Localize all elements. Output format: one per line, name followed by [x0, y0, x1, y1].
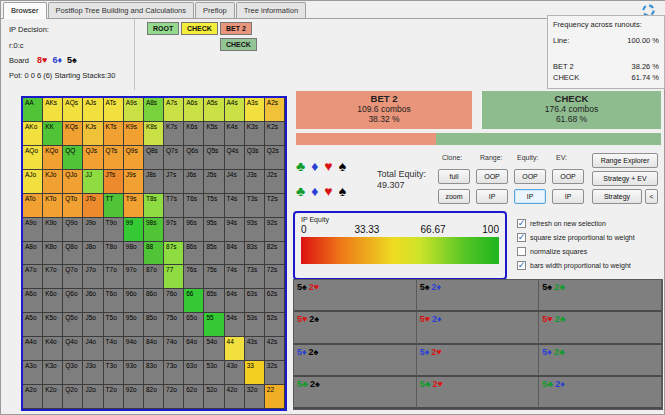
suit-filter-s-icon[interactable]: ♠: [339, 159, 346, 173]
matrix-cell-K6s[interactable]: K6s: [184, 122, 204, 146]
matrix-cell-J9s[interactable]: J9s: [124, 170, 144, 194]
matrix-cell-Q5o[interactable]: Q5o: [63, 313, 83, 337]
matrix-cell-T9o[interactable]: T9o: [104, 218, 124, 242]
matrix-cell-A4s[interactable]: A4s: [225, 98, 245, 122]
checkbox-refresh-on-new-selection[interactable]: ✓refresh on new selection: [517, 219, 635, 228]
matrix-cell-K4s[interactable]: K4s: [225, 122, 245, 146]
matrix-cell-52s[interactable]: 52s: [265, 313, 285, 337]
matrix-cell-Q4o[interactable]: Q4o: [63, 337, 83, 361]
matrix-cell-K9o[interactable]: K9o: [43, 218, 63, 242]
matrix-cell-75s[interactable]: 75s: [204, 265, 224, 289]
matrix-cell-93o[interactable]: 93o: [124, 361, 144, 385]
tab-preflop[interactable]: Preflop: [195, 2, 235, 18]
matrix-cell-64s[interactable]: 64s: [225, 289, 245, 313]
matrix-cell-83s[interactable]: 83s: [245, 242, 265, 266]
matrix-cell-86s[interactable]: 86s: [184, 242, 204, 266]
matrix-cell-T9s[interactable]: T9s: [124, 194, 144, 218]
matrix-cell-J3s[interactable]: J3s: [245, 170, 265, 194]
suit-filter-h-icon[interactable]: ♥: [324, 159, 332, 173]
tab-browser[interactable]: Browser: [3, 2, 47, 19]
matrix-cell-22[interactable]: 22: [265, 385, 285, 409]
tree-node-child-check[interactable]: CHECK: [220, 38, 257, 51]
matrix-cell-K8s[interactable]: K8s: [144, 122, 164, 146]
matrix-cell-KJs[interactable]: KJs: [83, 122, 103, 146]
matrix-cell-T2s[interactable]: T2s: [265, 194, 285, 218]
collapse-button[interactable]: <: [645, 189, 658, 204]
matrix-cell-76s[interactable]: 76s: [184, 265, 204, 289]
matrix-cell-72s[interactable]: 72s: [265, 265, 285, 289]
matrix-cell-42s[interactable]: 42s: [265, 337, 285, 361]
matrix-cell-K3o[interactable]: K3o: [43, 361, 63, 385]
matrix-cell-82o[interactable]: 82o: [144, 385, 164, 409]
tree-node-check[interactable]: CHECK: [181, 22, 218, 35]
matrix-cell-93s[interactable]: 93s: [245, 218, 265, 242]
matrix-cell-AJs[interactable]: AJs: [83, 98, 103, 122]
clone-zoom-button[interactable]: zoom: [438, 189, 470, 204]
matrix-cell-KK[interactable]: KK: [43, 122, 63, 146]
suit-filter-d-icon[interactable]: ♦: [311, 159, 318, 173]
matrix-cell-K5s[interactable]: K5s: [204, 122, 224, 146]
matrix-cell-T5s[interactable]: T5s: [204, 194, 224, 218]
matrix-cell-J9o[interactable]: J9o: [83, 218, 103, 242]
matrix-cell-94o[interactable]: 94o: [124, 337, 144, 361]
matrix-cell-52o[interactable]: 52o: [204, 385, 224, 409]
matrix-cell-T4s[interactable]: T4s: [225, 194, 245, 218]
matrix-cell-K7o[interactable]: K7o: [43, 265, 63, 289]
matrix-cell-96o[interactable]: 96o: [124, 289, 144, 313]
matrix-cell-53o[interactable]: 53o: [204, 361, 224, 385]
strategy-ev-button[interactable]: Strategy + EV: [592, 171, 658, 186]
ev-ip-button[interactable]: IP: [552, 189, 584, 204]
bet-summary-box[interactable]: BET 2 109.6 combos 38.32 %: [296, 91, 472, 129]
combo-cell-5s2d[interactable]: 5♠2♦: [417, 280, 540, 312]
matrix-cell-T8s[interactable]: T8s: [144, 194, 164, 218]
combo-cell-5d2s[interactable]: 5♦2♠: [294, 345, 417, 377]
matrix-cell-63s[interactable]: 63s: [245, 289, 265, 313]
matrix-cell-KQs[interactable]: KQs: [63, 122, 83, 146]
matrix-cell-Q2s[interactable]: Q2s: [265, 146, 285, 170]
matrix-cell-A5o[interactable]: A5o: [23, 313, 43, 337]
range-ip-button[interactable]: IP: [476, 189, 508, 204]
combo-cell-5h2s[interactable]: 5♥2♠: [294, 312, 417, 344]
matrix-cell-33[interactable]: 33: [245, 361, 265, 385]
matrix-cell-92s[interactable]: 92s: [265, 218, 285, 242]
matrix-cell-43s[interactable]: 43s: [245, 337, 265, 361]
matrix-cell-A3o[interactable]: A3o: [23, 361, 43, 385]
combo-cell-5d2h[interactable]: 5♦2♥: [417, 345, 540, 377]
strategy-button[interactable]: Strategy: [592, 189, 642, 204]
matrix-cell-QJo[interactable]: QJo: [63, 170, 83, 194]
matrix-cell-84s[interactable]: 84s: [225, 242, 245, 266]
matrix-cell-JJ[interactable]: JJ: [83, 170, 103, 194]
matrix-cell-J2s[interactable]: J2s: [265, 170, 285, 194]
matrix-cell-84o[interactable]: 84o: [144, 337, 164, 361]
hand-matrix[interactable]: AAAKsAQsAJsATsA9sA8sA7sA6sA5sA4sA3sA2sAK…: [21, 96, 287, 411]
range-oop-button[interactable]: OOP: [476, 169, 508, 184]
matrix-cell-J3o[interactable]: J3o: [83, 361, 103, 385]
matrix-cell-66[interactable]: 66: [184, 289, 204, 313]
matrix-cell-AJo[interactable]: AJo: [23, 170, 43, 194]
matrix-cell-J6o[interactable]: J6o: [83, 289, 103, 313]
combo-cell-5h2d[interactable]: 5♥2♦: [417, 312, 540, 344]
combo-cell-5s2h[interactable]: 5♠2♥: [294, 280, 417, 312]
matrix-cell-K3s[interactable]: K3s: [245, 122, 265, 146]
combo-cell-5c2h[interactable]: 5♣2♥: [417, 377, 540, 409]
matrix-cell-Q7o[interactable]: Q7o: [63, 265, 83, 289]
checkbox-box[interactable]: ✓: [517, 261, 526, 270]
matrix-cell-J5s[interactable]: J5s: [204, 170, 224, 194]
matrix-cell-82s[interactable]: 82s: [265, 242, 285, 266]
matrix-cell-98s[interactable]: 98s: [144, 218, 164, 242]
matrix-cell-A3s[interactable]: A3s: [245, 98, 265, 122]
matrix-cell-A7s[interactable]: A7s: [164, 98, 184, 122]
matrix-cell-Q8o[interactable]: Q8o: [63, 242, 83, 266]
matrix-cell-32s[interactable]: 32s: [265, 361, 285, 385]
ev-oop-button[interactable]: OOP: [552, 169, 584, 184]
matrix-cell-Q5s[interactable]: Q5s: [204, 146, 224, 170]
matrix-cell-J8o[interactable]: J8o: [83, 242, 103, 266]
matrix-cell-K7s[interactable]: K7s: [164, 122, 184, 146]
matrix-cell-T8o[interactable]: T8o: [104, 242, 124, 266]
matrix-cell-44[interactable]: 44: [225, 337, 245, 361]
matrix-cell-J5o[interactable]: J5o: [83, 313, 103, 337]
matrix-cell-TT[interactable]: TT: [104, 194, 124, 218]
matrix-cell-J4s[interactable]: J4s: [225, 170, 245, 194]
matrix-cell-T6s[interactable]: T6s: [184, 194, 204, 218]
matrix-cell-94s[interactable]: 94s: [225, 218, 245, 242]
